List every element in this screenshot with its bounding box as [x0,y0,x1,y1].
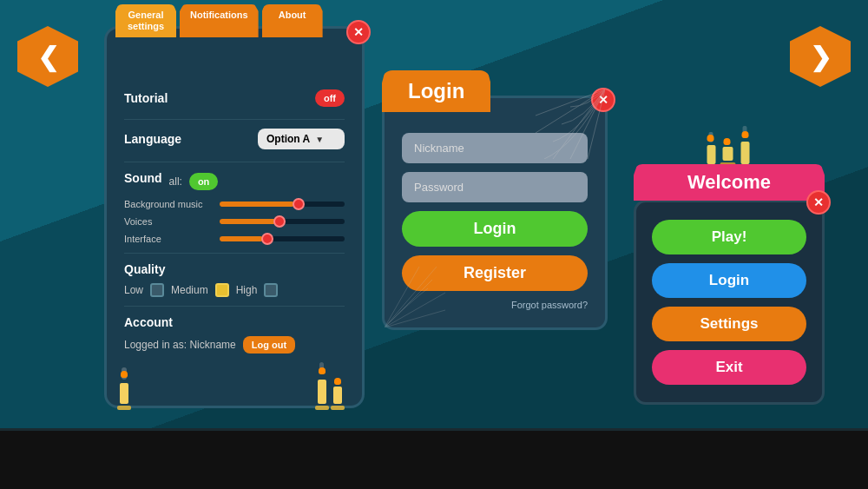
language-dropdown[interactable]: Option A ▼ [258,129,345,149]
logout-button[interactable]: Log out [243,336,295,354]
quality-label: Quality [124,262,345,276]
welcome-login-button[interactable]: Login [652,263,806,298]
candle3-body [333,387,342,404]
spiderweb-bottom [385,267,445,327]
divider2 [124,162,345,162]
account-section: Account Logged in as: Nickname Log out [124,315,345,354]
settings-candles-right [318,380,345,410]
svg-line-5 [385,267,437,327]
quality-options: Low Medium High [124,283,345,297]
dropdown-arrow-icon: ▼ [315,135,324,144]
chevron-left-icon: ❮ [37,42,59,72]
tabs-row: Generalsettings Notifications About [115,4,323,37]
welcome-candle2 [723,147,736,166]
password-input[interactable] [402,172,588,202]
candle2-flame [319,367,326,374]
bgmusic-fill [220,202,294,207]
logged-in-text: Logged in as: Nickname [124,339,236,351]
svg-line-6 [385,293,445,327]
spiderweb-top [536,89,605,159]
wc2-flame [724,138,731,145]
login-panel: Login ✕ Login [382,96,608,330]
candle2-base [315,406,329,410]
bottom-bar [0,428,868,489]
candle3-base [331,406,345,410]
candle1-body [120,383,128,404]
exit-button[interactable]: Exit [652,350,806,385]
quality-medium-label: Medium [171,284,208,296]
welcome-close-button[interactable]: ✕ [806,190,831,215]
language-label: Language [124,132,258,146]
tutorial-toggle[interactable]: off [315,89,345,107]
voices-row: Voices [124,216,345,227]
bgmusic-slider[interactable] [220,202,345,207]
sound-header: Sound all: on [124,171,345,192]
voices-slider[interactable] [220,219,345,224]
candle3 [333,387,345,410]
welcome-panel: Welcome ✕ Play! Login Settings Exit [634,200,825,405]
tab-about[interactable]: About [262,4,323,37]
candle1-base [117,406,131,410]
quality-high-radio[interactable] [264,283,278,297]
settings-candles [120,383,131,410]
interface-row: Interface [124,234,345,244]
login-button[interactable]: Login [402,211,588,247]
account-label: Account [124,315,345,329]
voices-thumb[interactable] [273,215,286,228]
wc1-body [707,145,716,164]
bgmusic-thumb[interactable] [293,198,305,210]
quality-section: Quality Low Medium High [124,262,345,297]
tutorial-row: Tutorial off [124,89,345,107]
settings-close-button[interactable]: ✕ [346,20,371,44]
wc3-flame [742,131,749,138]
wc2-body [723,147,733,161]
play-button[interactable]: Play! [652,220,806,254]
close-icon: ✕ [353,25,364,39]
candle1 [120,383,131,410]
voices-label: Voices [124,216,220,227]
divider4 [124,306,345,307]
quality-low-radio[interactable] [150,283,164,297]
login-title: Login [382,70,490,112]
account-row: Logged in as: Nickname Log out [124,336,345,354]
bgmusic-label: Background music [124,199,220,209]
tab-general[interactable]: Generalsettings [115,4,176,37]
candle2-body [318,380,326,404]
wc3-body [741,142,750,164]
sound-toggle[interactable]: on [189,173,218,190]
candle3-flame [334,378,341,385]
sound-all-label: all: [169,175,182,188]
voices-fill [220,219,276,224]
svg-line-1 [536,89,605,133]
interface-thumb[interactable] [261,233,273,245]
settings-panel: Generalsettings Notifications About ✕ Tu… [104,26,365,408]
quality-low-label: Low [124,284,143,296]
quality-medium-radio[interactable] [215,283,229,297]
quality-high-label: High [236,284,258,296]
svg-line-3 [588,89,605,159]
interface-label: Interface [124,234,220,244]
svg-line-7 [385,267,419,327]
chevron-right-icon: ❯ [810,42,832,72]
wc1-flame [707,135,714,142]
interface-slider[interactable] [220,236,345,241]
language-option: Option A [266,133,310,145]
divider1 [124,119,345,120]
divider3 [124,253,345,254]
close-icon: ✕ [813,195,824,209]
welcome-settings-button[interactable]: Settings [652,307,806,341]
interface-fill [220,236,263,241]
tutorial-label: Tutorial [124,91,315,105]
candle1-flame [121,371,128,378]
settings-content: Tutorial off Language Option A ▼ Sound a… [124,81,345,354]
bgmusic-row: Background music [124,199,345,209]
welcome-title: Welcome [634,164,825,201]
sound-label: Sound [124,171,162,185]
language-row: Language Option A ▼ [124,129,345,149]
candle2 [318,380,329,410]
tab-notifications[interactable]: Notifications [180,4,259,37]
svg-line-2 [570,89,605,159]
